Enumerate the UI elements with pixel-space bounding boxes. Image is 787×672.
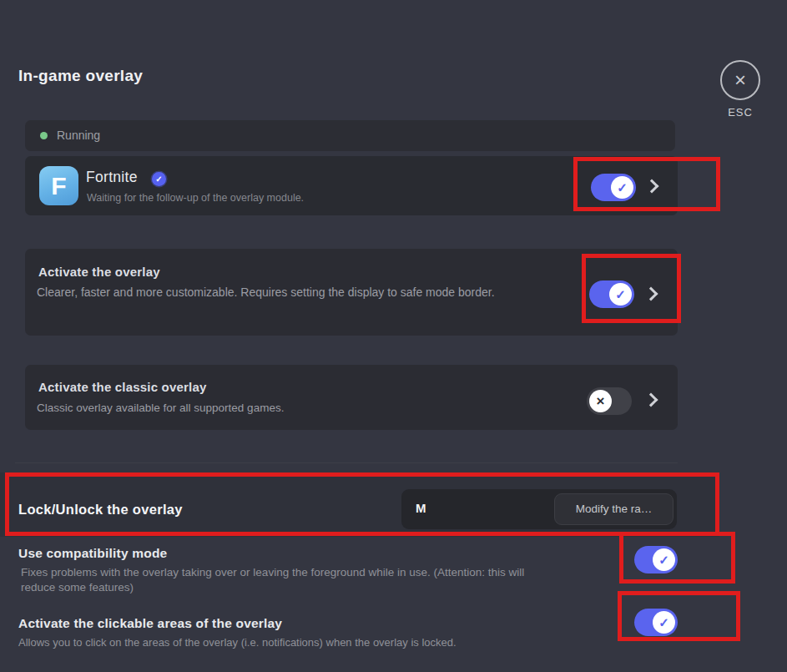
activate-overlay-toggle[interactable]: ✓ — [589, 280, 634, 308]
clickable-areas-title: Activate the clickable areas of the over… — [18, 616, 282, 631]
activate-overlay-card: Activate the overlay Clearer, faster and… — [25, 249, 678, 336]
game-status-card: Running — [25, 120, 675, 151]
modify-shortcut-button[interactable]: Modify the ra… — [554, 493, 673, 525]
toggle-cross-icon: × — [589, 390, 612, 412]
verified-badge-icon: ✓ — [152, 172, 166, 186]
game-row-chevron-icon[interactable] — [645, 179, 659, 194]
toggle-check-icon: ✓ — [611, 176, 633, 199]
game-overlay-toggle[interactable]: ✓ — [591, 174, 636, 201]
classic-overlay-chevron-icon[interactable] — [644, 393, 658, 407]
close-button[interactable]: × ESC — [711, 60, 769, 119]
clickable-areas-description: Allows you to click on the areas of the … — [18, 635, 569, 650]
game-name: Fortnite — [86, 169, 138, 186]
fortnite-game-icon: F — [39, 166, 78, 205]
page-title: In-game overlay — [18, 67, 143, 85]
compatibility-mode-description: Fixes problems with the overlay taking o… — [21, 565, 532, 595]
in-game-overlay-panel: In-game overlay × ESC Running F Fortnite… — [0, 0, 787, 672]
setting-description: Classic overlay available for all suppor… — [37, 399, 571, 417]
game-row[interactable]: F Fortnite ✓ Waiting for the follow-up o… — [25, 156, 678, 215]
classic-overlay-toggle[interactable]: × — [587, 387, 632, 415]
compatibility-mode-toggle[interactable]: ✓ — [634, 546, 678, 573]
activate-overlay-chevron-icon[interactable] — [644, 287, 658, 301]
running-status-label: Running — [57, 129, 100, 142]
close-icon[interactable]: × — [720, 60, 760, 100]
setting-title: Activate the overlay — [38, 265, 160, 279]
setting-description: Clearer, faster and more customizable. R… — [37, 284, 527, 301]
game-status-subtitle: Waiting for the follow-up of the overlay… — [87, 192, 304, 204]
section-divider — [15, 462, 678, 463]
setting-title: Activate the classic overlay — [38, 380, 207, 394]
toggle-check-icon: ✓ — [653, 611, 675, 634]
compatibility-mode-title: Use compatibility mode — [18, 546, 167, 561]
toggle-check-icon: ✓ — [609, 283, 632, 306]
classic-overlay-card: Activate the classic overlay Classic ove… — [25, 365, 678, 430]
shortcut-keybind-field[interactable]: M Modify the ra… — [401, 489, 677, 529]
lock-unlock-title: Lock/Unlock the overlay — [18, 502, 183, 518]
running-status-icon — [40, 132, 48, 139]
toggle-check-icon: ✓ — [653, 548, 675, 571]
esc-key-hint: ESC — [711, 106, 769, 119]
clickable-areas-toggle[interactable]: ✓ — [634, 609, 678, 636]
shortcut-key-value: M — [416, 501, 426, 515]
